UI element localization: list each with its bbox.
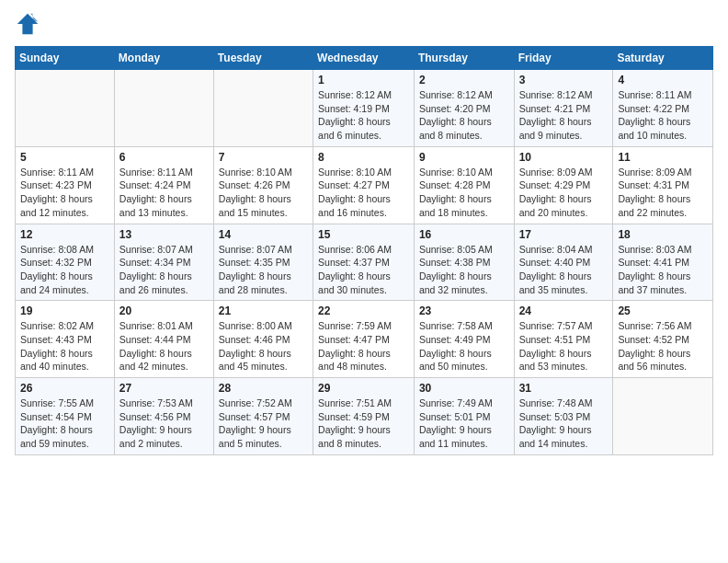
day-number: 26 [20, 382, 109, 395]
day-info: Sunrise: 7:49 AM Sunset: 5:01 PM Dayligh… [419, 396, 509, 451]
day-number: 13 [119, 228, 209, 241]
day-info: Sunrise: 8:11 AM Sunset: 4:23 PM Dayligh… [20, 166, 109, 220]
calendar-header-saturday: Saturday [613, 47, 713, 70]
day-info: Sunrise: 8:11 AM Sunset: 4:24 PM Dayligh… [119, 166, 209, 220]
calendar-cell [16, 70, 115, 147]
calendar-cell: 8Sunrise: 8:10 AM Sunset: 4:27 PM Daylig… [313, 146, 415, 224]
day-number: 31 [519, 382, 609, 395]
calendar-cell: 16Sunrise: 8:05 AM Sunset: 4:38 PM Dayli… [414, 224, 514, 301]
day-info: Sunrise: 7:51 AM Sunset: 4:59 PM Dayligh… [318, 396, 409, 451]
calendar-week-4: 19Sunrise: 8:02 AM Sunset: 4:43 PM Dayli… [16, 301, 713, 378]
day-number: 25 [618, 304, 708, 317]
day-number: 3 [519, 74, 609, 86]
day-info: Sunrise: 8:11 AM Sunset: 4:22 PM Dayligh… [618, 88, 708, 143]
calendar-cell [213, 70, 313, 147]
day-number: 2 [419, 74, 509, 86]
calendar-cell: 1Sunrise: 8:12 AM Sunset: 4:19 PM Daylig… [313, 70, 415, 147]
day-info: Sunrise: 7:52 AM Sunset: 4:57 PM Dayligh… [219, 396, 308, 451]
svg-marker-0 [17, 14, 38, 34]
calendar-cell: 14Sunrise: 8:07 AM Sunset: 4:35 PM Dayli… [213, 224, 313, 301]
day-info: Sunrise: 8:10 AM Sunset: 4:27 PM Dayligh… [318, 166, 409, 220]
day-number: 30 [419, 382, 509, 395]
day-info: Sunrise: 7:59 AM Sunset: 4:47 PM Dayligh… [318, 319, 409, 373]
day-info: Sunrise: 7:53 AM Sunset: 4:56 PM Dayligh… [119, 396, 209, 451]
calendar-cell: 29Sunrise: 7:51 AM Sunset: 4:59 PM Dayli… [313, 378, 415, 455]
calendar-cell: 4Sunrise: 8:11 AM Sunset: 4:22 PM Daylig… [613, 70, 713, 147]
day-info: Sunrise: 7:58 AM Sunset: 4:49 PM Dayligh… [419, 319, 509, 373]
calendar-week-1: 1Sunrise: 8:12 AM Sunset: 4:19 PM Daylig… [16, 70, 713, 147]
calendar-cell: 5Sunrise: 8:11 AM Sunset: 4:23 PM Daylig… [16, 146, 115, 224]
day-info: Sunrise: 8:06 AM Sunset: 4:37 PM Dayligh… [318, 243, 409, 297]
day-number: 14 [219, 228, 308, 241]
day-number: 8 [318, 151, 409, 164]
logo-icon [15, 11, 40, 37]
day-number: 1 [318, 74, 409, 86]
day-info: Sunrise: 8:08 AM Sunset: 4:32 PM Dayligh… [20, 243, 109, 297]
calendar-cell: 17Sunrise: 8:04 AM Sunset: 4:40 PM Dayli… [514, 224, 613, 301]
calendar-cell: 28Sunrise: 7:52 AM Sunset: 4:57 PM Dayli… [213, 378, 313, 455]
calendar-week-2: 5Sunrise: 8:11 AM Sunset: 4:23 PM Daylig… [16, 146, 713, 224]
day-number: 27 [119, 382, 209, 395]
calendar-cell: 2Sunrise: 8:12 AM Sunset: 4:20 PM Daylig… [414, 70, 514, 147]
calendar-cell: 19Sunrise: 8:02 AM Sunset: 4:43 PM Dayli… [16, 301, 115, 378]
calendar-week-3: 12Sunrise: 8:08 AM Sunset: 4:32 PM Dayli… [16, 224, 713, 301]
calendar-cell: 23Sunrise: 7:58 AM Sunset: 4:49 PM Dayli… [414, 301, 514, 378]
day-info: Sunrise: 7:57 AM Sunset: 4:51 PM Dayligh… [519, 319, 609, 373]
day-info: Sunrise: 8:10 AM Sunset: 4:26 PM Dayligh… [219, 166, 308, 220]
day-info: Sunrise: 8:09 AM Sunset: 4:29 PM Dayligh… [519, 166, 609, 220]
day-number: 5 [20, 151, 109, 164]
calendar-header-wednesday: Wednesday [313, 47, 415, 70]
calendar-cell: 27Sunrise: 7:53 AM Sunset: 4:56 PM Dayli… [114, 378, 213, 455]
logo [15, 11, 44, 37]
day-info: Sunrise: 8:12 AM Sunset: 4:20 PM Dayligh… [419, 88, 509, 143]
day-info: Sunrise: 8:02 AM Sunset: 4:43 PM Dayligh… [20, 319, 109, 373]
calendar-cell: 21Sunrise: 8:00 AM Sunset: 4:46 PM Dayli… [213, 301, 313, 378]
calendar-header-sunday: Sunday [16, 47, 115, 70]
calendar-week-5: 26Sunrise: 7:55 AM Sunset: 4:54 PM Dayli… [16, 378, 713, 455]
day-number: 4 [618, 74, 708, 86]
day-info: Sunrise: 7:55 AM Sunset: 4:54 PM Dayligh… [20, 396, 109, 451]
day-number: 22 [318, 304, 409, 317]
calendar-cell: 30Sunrise: 7:49 AM Sunset: 5:01 PM Dayli… [414, 378, 514, 455]
day-info: Sunrise: 8:12 AM Sunset: 4:21 PM Dayligh… [519, 88, 609, 143]
day-info: Sunrise: 8:00 AM Sunset: 4:46 PM Dayligh… [219, 319, 308, 373]
day-number: 19 [20, 304, 109, 317]
calendar-cell: 31Sunrise: 7:48 AM Sunset: 5:03 PM Dayli… [514, 378, 613, 455]
calendar-cell: 13Sunrise: 8:07 AM Sunset: 4:34 PM Dayli… [114, 224, 213, 301]
day-number: 9 [419, 151, 509, 164]
day-number: 21 [219, 304, 308, 317]
calendar-cell: 20Sunrise: 8:01 AM Sunset: 4:44 PM Dayli… [114, 301, 213, 378]
calendar-cell [613, 378, 713, 455]
page-container: SundayMondayTuesdayWednesdayThursdayFrid… [0, 0, 728, 463]
day-info: Sunrise: 8:12 AM Sunset: 4:19 PM Dayligh… [318, 88, 409, 143]
calendar-cell: 18Sunrise: 8:03 AM Sunset: 4:41 PM Dayli… [613, 224, 713, 301]
day-number: 10 [519, 151, 609, 164]
day-number: 11 [618, 151, 708, 164]
day-info: Sunrise: 8:01 AM Sunset: 4:44 PM Dayligh… [119, 319, 209, 373]
calendar-cell: 6Sunrise: 8:11 AM Sunset: 4:24 PM Daylig… [114, 146, 213, 224]
day-info: Sunrise: 8:10 AM Sunset: 4:28 PM Dayligh… [419, 166, 509, 220]
calendar-header-thursday: Thursday [414, 47, 514, 70]
calendar-header-row: SundayMondayTuesdayWednesdayThursdayFrid… [16, 47, 713, 70]
day-info: Sunrise: 8:03 AM Sunset: 4:41 PM Dayligh… [618, 243, 708, 297]
calendar-cell: 3Sunrise: 8:12 AM Sunset: 4:21 PM Daylig… [514, 70, 613, 147]
calendar-cell [114, 70, 213, 147]
calendar-cell: 15Sunrise: 8:06 AM Sunset: 4:37 PM Dayli… [313, 224, 415, 301]
calendar-header-friday: Friday [514, 47, 613, 70]
day-number: 20 [119, 304, 209, 317]
day-info: Sunrise: 8:07 AM Sunset: 4:35 PM Dayligh… [219, 243, 308, 297]
day-info: Sunrise: 8:07 AM Sunset: 4:34 PM Dayligh… [119, 243, 209, 297]
calendar-cell: 9Sunrise: 8:10 AM Sunset: 4:28 PM Daylig… [414, 146, 514, 224]
calendar-header-monday: Monday [114, 47, 213, 70]
day-number: 29 [318, 382, 409, 395]
calendar-header-tuesday: Tuesday [213, 47, 313, 70]
day-number: 17 [519, 228, 609, 241]
day-number: 16 [419, 228, 509, 241]
header [15, 11, 713, 37]
day-info: Sunrise: 8:05 AM Sunset: 4:38 PM Dayligh… [419, 243, 509, 297]
day-number: 23 [419, 304, 509, 317]
day-info: Sunrise: 8:09 AM Sunset: 4:31 PM Dayligh… [618, 166, 708, 220]
calendar-cell: 26Sunrise: 7:55 AM Sunset: 4:54 PM Dayli… [16, 378, 115, 455]
calendar-cell: 25Sunrise: 7:56 AM Sunset: 4:52 PM Dayli… [613, 301, 713, 378]
calendar-cell: 11Sunrise: 8:09 AM Sunset: 4:31 PM Dayli… [613, 146, 713, 224]
